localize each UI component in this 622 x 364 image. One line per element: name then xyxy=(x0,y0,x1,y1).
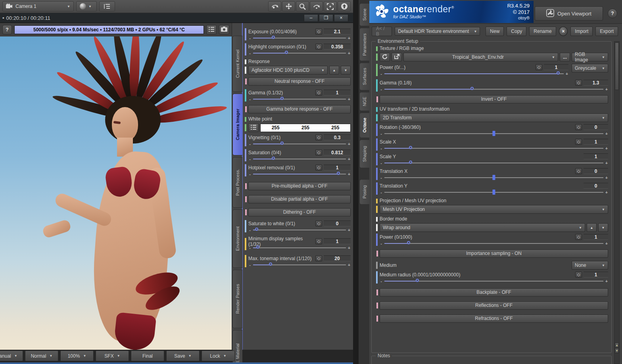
panel-divider[interactable] xyxy=(353,0,359,364)
animate-toggle-icon[interactable]: ◇ xyxy=(315,165,322,171)
tab-scene[interactable]: Scene xyxy=(359,3,369,26)
animate-toggle-icon[interactable]: ◇ xyxy=(315,134,322,140)
premultiplied-alpha-button[interactable]: Pre-multiplied alpha - OFF xyxy=(248,182,351,190)
hotpixel-slider[interactable]: - + xyxy=(248,171,351,177)
tonemap-slider[interactable]: - + xyxy=(248,262,351,268)
scene-outline-button[interactable] xyxy=(99,1,115,11)
open-viewport-button[interactable]: Open Viewport xyxy=(535,6,603,21)
dropdown-manual[interactable]: Manual▼ xyxy=(0,351,23,361)
minimize-button[interactable]: – xyxy=(304,14,318,22)
white-point-color-fields[interactable]: 255 255 255 xyxy=(260,124,351,132)
medium-radius-slider[interactable]: - + xyxy=(380,278,608,284)
neutral-response-button[interactable]: Neutral response - OFF xyxy=(248,77,351,86)
import-button[interactable]: Import xyxy=(570,27,593,36)
dithering-button[interactable]: Dithering - OFF xyxy=(248,208,351,216)
white-point-r[interactable]: 255 xyxy=(261,125,290,130)
scroll-up-button[interactable]: ▲ xyxy=(615,343,619,348)
ab-compare-button[interactable]: A< / B xyxy=(372,27,392,36)
response-next-button[interactable]: ▼ xyxy=(341,66,351,75)
translation-x-slider[interactable]: - + xyxy=(380,174,608,180)
octane-help-button[interactable]: ? xyxy=(608,9,617,18)
exposure-value[interactable]: 2.1 xyxy=(324,29,351,34)
projection-dropdown[interactable]: Mesh UV Projection ▼ xyxy=(380,205,608,214)
saturate-slider[interactable]: - + xyxy=(248,227,351,233)
close-button[interactable]: × xyxy=(334,14,348,22)
rotation-value[interactable]: 0 xyxy=(584,124,608,130)
border-next-button[interactable]: ▼ xyxy=(598,223,608,232)
white-point-menu-button[interactable] xyxy=(248,123,259,132)
tab-surfaces[interactable]: Surfaces xyxy=(359,63,369,90)
dropdown-save[interactable]: Save▼ xyxy=(166,351,200,361)
translation-x-value[interactable]: 0 xyxy=(584,168,608,174)
slider-knob[interactable] xyxy=(416,279,419,282)
translation-y-slider[interactable]: - + xyxy=(380,189,608,195)
exposure-slider[interactable]: - + xyxy=(248,35,351,41)
tab-posing[interactable]: Posing xyxy=(359,179,369,205)
min-samples-value[interactable]: 1 xyxy=(324,238,351,244)
slider-knob[interactable] xyxy=(407,241,410,244)
invert-button[interactable]: Invert - OFF xyxy=(380,95,608,103)
gamma-before-response-button[interactable]: Gamma before response - OFF xyxy=(248,105,351,113)
slider-knob[interactable] xyxy=(557,71,560,75)
zoom-tool-button[interactable] xyxy=(296,1,309,11)
snapshot-button[interactable] xyxy=(219,25,229,34)
maximize-button[interactable]: ❐ xyxy=(319,14,333,22)
dropdown-normal[interactable]: Normal▼ xyxy=(25,351,58,361)
slider-knob[interactable] xyxy=(470,87,474,90)
preset-dropdown[interactable]: Default HDR Texture environment ▼ xyxy=(395,27,480,36)
vertical-scrollbar[interactable]: ▲ ▼ xyxy=(614,41,620,364)
slider-knob[interactable] xyxy=(337,172,340,175)
copy-button[interactable]: Copy xyxy=(507,27,526,36)
tab-environment[interactable]: Environment xyxy=(232,209,242,268)
vignetting-slider[interactable]: - + xyxy=(248,141,351,147)
border-mode-dropdown[interactable]: Wrap around ▼ xyxy=(380,223,585,232)
disable-partial-alpha-button[interactable]: Disable partial alpha - OFF xyxy=(248,195,351,203)
dropdown-sfx[interactable]: SFX▼ xyxy=(96,351,129,361)
scale-x-slider[interactable]: - + xyxy=(380,145,608,151)
power2-value[interactable]: 1 xyxy=(584,234,608,240)
slider-knob[interactable] xyxy=(269,262,272,266)
render-window-titlebar[interactable]: • 00:20:10 / 00:20:11 – ❐ × xyxy=(0,13,353,23)
help-button[interactable]: ? xyxy=(2,25,12,34)
rgb-mode-dropdown[interactable]: RGB Image ▼ xyxy=(572,53,608,61)
reflections-button[interactable]: Reflections - OFF xyxy=(380,301,608,310)
env-power-value[interactable]: 1 xyxy=(544,64,568,70)
animate-toggle-icon[interactable]: ◇ xyxy=(315,255,322,261)
uv-transform-dropdown[interactable]: 2D Transform ▼ xyxy=(380,113,608,122)
animate-toggle-icon[interactable]: ◇ xyxy=(575,234,582,240)
tab-parameters[interactable]: Parameters xyxy=(359,28,369,61)
browse-more-button[interactable]: ... xyxy=(560,53,570,61)
white-point-g[interactable]: 255 xyxy=(290,125,320,130)
slider-knob[interactable] xyxy=(272,157,275,160)
gamma-value[interactable]: 1 xyxy=(324,90,351,96)
animate-toggle-icon[interactable]: ◇ xyxy=(575,139,582,145)
frame-tool-button[interactable] xyxy=(324,1,337,11)
dropdown-lock[interactable]: Lock▼ xyxy=(202,351,235,361)
scale-y-slider[interactable]: - + xyxy=(380,160,608,166)
saturate-value[interactable]: 0 xyxy=(324,220,351,226)
refractions-button[interactable]: Refractions - OFF xyxy=(380,314,608,323)
animate-toggle-icon[interactable]: ◇ xyxy=(575,124,582,130)
tab-current-kernel[interactable]: Current Kernel xyxy=(232,36,242,92)
env-power-slider[interactable]: - + xyxy=(380,71,568,77)
saturation-value[interactable]: 0.812 xyxy=(324,149,351,155)
vignetting-value[interactable]: 0.3 xyxy=(324,134,351,140)
animate-toggle-icon[interactable]: ◇ xyxy=(315,90,322,96)
rename-button[interactable]: Rename xyxy=(529,27,556,36)
slider-knob[interactable] xyxy=(280,142,284,145)
highlight-value[interactable]: 0.358 xyxy=(324,44,351,50)
saturation-slider[interactable]: - + xyxy=(248,156,351,162)
refresh-button[interactable] xyxy=(380,53,390,61)
slider-knob[interactable] xyxy=(409,146,412,149)
slider-knob[interactable] xyxy=(493,190,495,195)
rotation-slider[interactable]: - + xyxy=(380,130,608,136)
tab-render-passes[interactable]: Render Passes xyxy=(232,270,242,328)
env-gamma-value[interactable]: 1.3 xyxy=(584,80,608,86)
animate-toggle-icon[interactable]: ◇ xyxy=(315,44,322,50)
response-dropdown[interactable]: Agfacolor HDC 100 plusCD ▼ xyxy=(248,66,328,75)
slider-knob[interactable] xyxy=(493,175,495,180)
border-prev-button[interactable]: ▲ xyxy=(587,223,597,232)
tonemap-value[interactable]: 20 xyxy=(324,255,351,261)
export-button[interactable]: Export xyxy=(595,27,618,36)
animate-toggle-icon[interactable]: ◇ xyxy=(315,238,322,244)
